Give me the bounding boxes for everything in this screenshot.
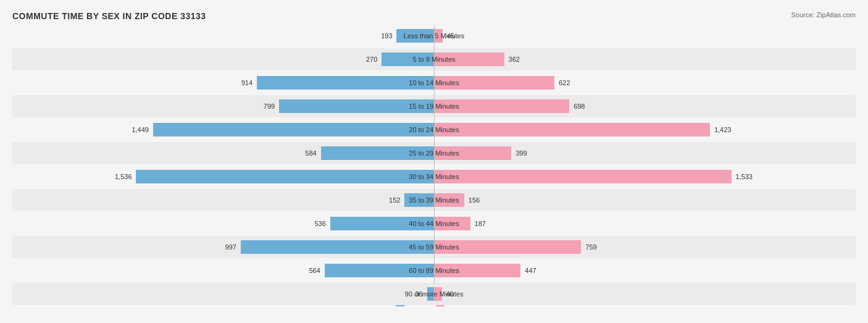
chart-title: COMMUTE TIME BY SEX IN ZIP CODE 33133 bbox=[12, 11, 856, 21]
female-value-label: 622 bbox=[559, 79, 570, 86]
female-bar bbox=[434, 123, 710, 136]
male-value-label: 564 bbox=[309, 267, 320, 274]
male-bar bbox=[136, 170, 434, 183]
male-bar bbox=[153, 123, 434, 136]
row-center-label: Less than 5 Minutes bbox=[404, 32, 464, 40]
male-value-label: 584 bbox=[305, 149, 316, 157]
row-center-label: 45 to 59 Minutes bbox=[409, 243, 459, 251]
male-bar bbox=[257, 76, 434, 90]
female-value-label: 698 bbox=[574, 103, 585, 110]
male-value-label: 1,449 bbox=[131, 126, 149, 133]
chart-container: COMMUTE TIME BY SEX IN ZIP CODE 33133 So… bbox=[0, 0, 868, 323]
male-value-label: 193 bbox=[381, 32, 392, 40]
row-center-label: 40 to 44 Minutes bbox=[409, 220, 459, 227]
male-value-label: 997 bbox=[225, 243, 236, 251]
female-bar bbox=[434, 170, 732, 183]
female-value-label: 399 bbox=[515, 149, 527, 157]
male-value-label: 1,536 bbox=[115, 173, 132, 180]
male-value-label: 799 bbox=[264, 103, 275, 110]
source-label: Source: ZipAtlas.com bbox=[791, 11, 856, 19]
female-value-label: 187 bbox=[475, 220, 486, 227]
female-value-label: 1,533 bbox=[735, 173, 753, 180]
male-value-label: 914 bbox=[241, 79, 252, 86]
female-value-label: 1,423 bbox=[714, 126, 732, 133]
female-value-label: 447 bbox=[525, 267, 536, 274]
row-center-label: 5 to 9 Minutes bbox=[412, 56, 455, 63]
row-center-label: 25 to 29 Minutes bbox=[409, 149, 459, 157]
chart-row: 364090 or more Minutes bbox=[12, 283, 856, 305]
female-value-label: 156 bbox=[469, 196, 480, 204]
row-center-label: 35 to 39 Minutes bbox=[409, 196, 459, 204]
row-center-label: 90 or more Minutes bbox=[405, 290, 464, 298]
row-center-label: 30 to 34 Minutes bbox=[409, 173, 459, 180]
row-center-label: 15 to 19 Minutes bbox=[409, 103, 459, 110]
female-value-label: 362 bbox=[509, 56, 520, 63]
male-value-label: 536 bbox=[314, 220, 325, 227]
chart-area: 19345Less than 5 Minutes2703625 to 9 Min… bbox=[12, 25, 856, 284]
male-value-label: 152 bbox=[389, 196, 400, 204]
row-center-label: 20 to 24 Minutes bbox=[409, 126, 459, 133]
female-value-label: 759 bbox=[585, 243, 596, 251]
male-value-label: 270 bbox=[366, 56, 377, 63]
row-center-label: 10 to 14 Minutes bbox=[409, 79, 459, 86]
male-bar bbox=[241, 240, 434, 254]
row-center-label: 60 to 89 Minutes bbox=[409, 267, 459, 274]
